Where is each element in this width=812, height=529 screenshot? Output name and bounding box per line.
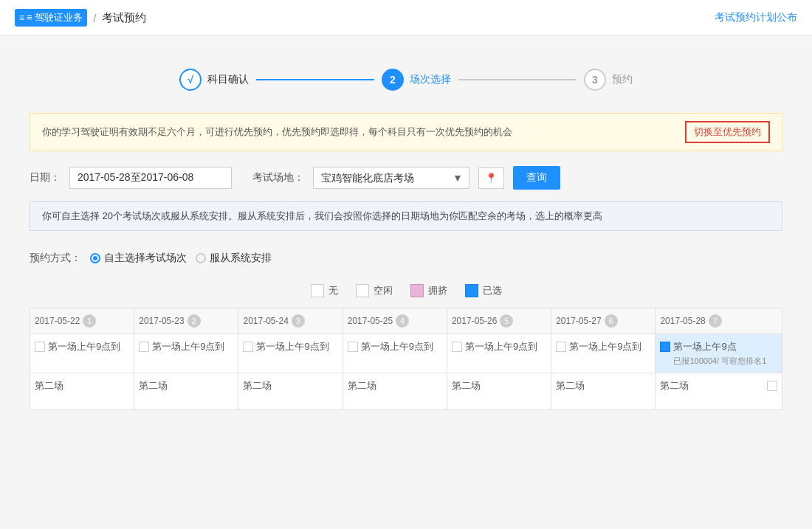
header-right: 考试预约计划公布 — [715, 11, 797, 24]
cell-r2-c5[interactable]: 第二场 — [551, 373, 656, 410]
legend: 无 空闲 拥挤 已选 — [30, 277, 782, 308]
col-day-5: 6 — [605, 314, 618, 328]
cell-r2-c3[interactable]: 第二场 — [343, 373, 447, 410]
col-date-4: 2017-05-26 — [452, 316, 497, 326]
checkbox-r2-c6[interactable] — [767, 381, 777, 391]
date-label: 日期： — [30, 171, 61, 184]
cell-r2-c1[interactable]: 第二场 — [134, 373, 238, 410]
checkbox-r1-c6[interactable] — [660, 342, 670, 352]
cell-r1-c6[interactable]: 第一场上午9点 已报100004/ 可容您排名1 — [656, 334, 782, 373]
session-text-r2-c0: 第二场 — [35, 380, 63, 391]
col-header-5: 2017-05-27 6 — [551, 308, 656, 334]
col-date-5: 2017-05-27 — [556, 316, 601, 326]
col-day-0: 1 — [83, 314, 96, 328]
col-header-3: 2017-05-25 4 — [343, 308, 447, 334]
session-text-r1-c5: 第一场上午9点到 — [569, 340, 641, 353]
switch-priority-button[interactable]: 切换至优先预约 — [685, 121, 770, 143]
col-day-6: 7 — [709, 314, 722, 328]
session-text-r2-c4: 第二场 — [452, 380, 481, 391]
session-text-r2-c2: 第二场 — [243, 380, 272, 391]
session-text-r1-c0: 第一场上午9点到 — [48, 340, 120, 353]
step-2: 2 场次选择 — [382, 69, 451, 91]
info-box: 你可自主选择 20个考试场次或服从系统安排。服从系统安排后，我们会按照你选择的日… — [30, 201, 782, 231]
location-select-wrap: 宝鸡智能化底店考场 其他考场 ▼ — [313, 167, 469, 189]
search-button[interactable]: 查询 — [513, 166, 560, 190]
radio-self-select-label: 自主选择考试场次 — [104, 252, 187, 265]
logo-icon: ≡ — [19, 13, 24, 23]
radio-system-arrange-circle — [196, 253, 206, 263]
session-row-1: 第一场上午9点到 第一场上午9点到 第一场上午9点到 — [30, 334, 782, 373]
radio-system-arrange[interactable]: 服从系统安排 — [196, 252, 272, 265]
checkbox-r1-c0[interactable] — [35, 342, 45, 352]
main-content: √ 科目确认 2 场次选择 3 预约 你的学习驾驶证明有效期不足六个月，可进行优… — [15, 36, 797, 425]
session-text-r2-c3: 第二场 — [348, 380, 376, 391]
legend-none-label: 无 — [328, 284, 338, 297]
legend-selected: 已选 — [465, 284, 502, 297]
cell-r2-c0[interactable]: 第二场 — [30, 373, 134, 410]
legend-selected-box — [465, 284, 478, 297]
col-date-0: 2017-05-22 — [35, 316, 80, 326]
session-text-r2-c1: 第二场 — [139, 380, 168, 391]
col-header-2: 2017-05-24 3 — [238, 308, 343, 334]
date-input[interactable] — [69, 167, 232, 189]
cell-r2-c4[interactable]: 第二场 — [447, 373, 551, 410]
cell-r1-c0[interactable]: 第一场上午9点到 — [30, 334, 134, 373]
session-text-r1-c3: 第一场上午9点到 — [361, 340, 433, 353]
radio-self-select[interactable]: 自主选择考试场次 — [90, 252, 187, 265]
checkbox-r1-c4[interactable] — [452, 342, 462, 352]
legend-crowded: 拥挤 — [410, 284, 447, 297]
session-row-2: 第二场 第二场 第二场 第二场 第二场 第二场 — [30, 373, 782, 410]
location-icon-button[interactable]: 📍 — [478, 167, 504, 189]
checkbox-r1-c3[interactable] — [348, 342, 358, 352]
calendar-header-row: 2017-05-22 1 2017-05-23 2 2017-05-24 3 — [30, 308, 782, 334]
col-header-4: 2017-05-26 5 — [447, 308, 551, 334]
checkbox-r1-c5[interactable] — [556, 342, 566, 352]
radio-self-select-circle — [90, 253, 100, 263]
session-text-r1-c4: 第一场上午9点到 — [465, 340, 537, 353]
page-title: 考试预约 — [102, 11, 146, 25]
step-line-1 — [256, 79, 374, 80]
col-header-6: 2017-05-28 7 — [656, 308, 782, 334]
location-label: 考试场地： — [252, 171, 304, 184]
header: ≡ ≡ 驾驶证业务 / 考试预约 考试预约计划公布 — [0, 0, 812, 36]
cell-r1-c2[interactable]: 第一场上午9点到 — [238, 334, 343, 373]
calendar-table: 2017-05-22 1 2017-05-23 2 2017-05-24 3 — [30, 308, 782, 410]
step-1-circle: √ — [179, 69, 202, 91]
cell-r1-c3[interactable]: 第一场上午9点到 — [343, 334, 447, 373]
location-select[interactable]: 宝鸡智能化底店考场 其他考场 — [314, 167, 447, 188]
col-day-2: 3 — [292, 314, 305, 328]
booking-mode-label: 预约方式： — [30, 252, 81, 265]
col-day-1: 2 — [187, 314, 201, 328]
search-row: 日期： 考试场地： 宝鸡智能化底店考场 其他考场 ▼ 📍 查询 — [30, 166, 782, 190]
step-3-label: 预约 — [612, 73, 633, 86]
select-arrow-icon: ▼ — [447, 172, 469, 184]
cell-r1-c5[interactable]: 第一场上午9点到 — [551, 334, 656, 373]
logo-text: ≡ 驾驶证业务 — [27, 11, 83, 24]
legend-crowded-label: 拥挤 — [428, 284, 447, 297]
cell-r1-c4[interactable]: 第一场上午9点到 — [447, 334, 551, 373]
step-1: √ 科目确认 — [179, 69, 249, 91]
col-day-3: 4 — [396, 314, 409, 328]
cell-r2-c2[interactable]: 第二场 — [238, 373, 343, 410]
notice-banner: 你的学习驾驶证明有效期不足六个月，可进行优先预约，优先预约即选即得，每个科目只有… — [30, 113, 782, 151]
step-3-circle: 3 — [584, 69, 606, 91]
checkbox-r1-c2[interactable] — [243, 342, 253, 352]
col-date-6: 2017-05-28 — [660, 316, 705, 326]
exam-plan-link[interactable]: 考试预约计划公布 — [715, 11, 797, 23]
radio-system-arrange-label: 服从系统安排 — [210, 252, 272, 265]
col-date-2: 2017-05-24 — [243, 316, 288, 326]
cell-r1-c1[interactable]: 第一场上午9点到 — [134, 334, 238, 373]
step-2-label: 场次选择 — [410, 73, 451, 86]
step-2-circle: 2 — [382, 69, 404, 91]
cell-r2-c6[interactable]: 第二场 — [656, 373, 782, 410]
col-date-1: 2017-05-23 — [139, 316, 184, 326]
legend-crowded-box — [410, 284, 424, 297]
legend-selected-label: 已选 — [483, 284, 502, 297]
session-text-r1-c1: 第一场上午9点到 — [152, 340, 224, 353]
header-logo: ≡ ≡ 驾驶证业务 — [15, 9, 87, 27]
col-header-0: 2017-05-22 1 — [30, 308, 134, 334]
checkbox-r1-c1[interactable] — [139, 342, 149, 352]
session-text-r1-c2: 第一场上午9点到 — [256, 340, 328, 353]
breadcrumb-sep: / — [93, 12, 96, 24]
legend-free-label: 空闲 — [374, 284, 393, 297]
